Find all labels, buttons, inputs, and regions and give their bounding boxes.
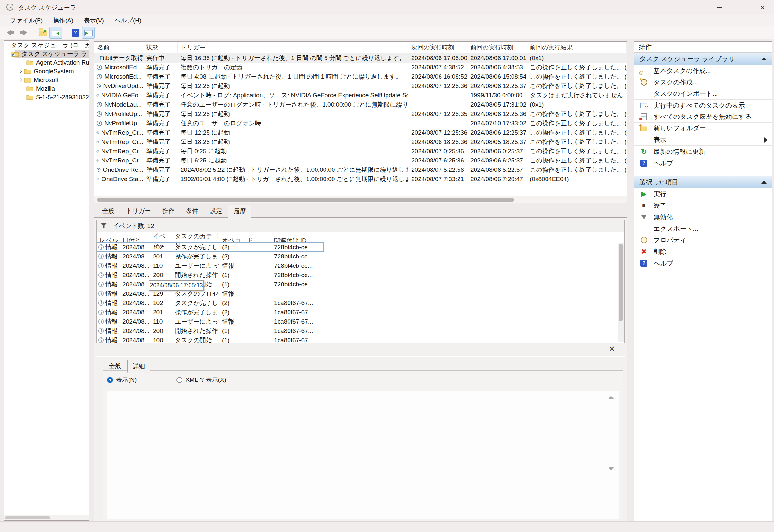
- console-tree-toggle-button[interactable]: [49, 27, 62, 39]
- task-row[interactable]: NvTmRep_Cr... 準備完了 毎日 0:25 に起動 2024/08/0…: [94, 146, 627, 156]
- tree-item-folder[interactable]: Agent Activation Runt: [4, 58, 89, 67]
- minimize-button[interactable]: [708, 0, 730, 15]
- action-item[interactable]: ヘルプ: [634, 157, 772, 169]
- expander-icon[interactable]: [18, 69, 22, 73]
- history-row[interactable]: 情報 2024/08... 110 ユーザーによってト... 情報 1ca80f…: [97, 317, 323, 326]
- menu-item[interactable]: 操作(A): [48, 15, 78, 26]
- radio-icon[interactable]: [176, 377, 182, 383]
- history-row[interactable]: 情報 2024/08... 102 タスクが完了しま... (2) 1ca80f…: [97, 298, 323, 308]
- task-row[interactable]: NvDriverUpd... 準備完了 毎日 12:25 に起動 2024/08…: [94, 81, 627, 91]
- scrollbar-thumb[interactable]: [97, 198, 514, 202]
- task-row[interactable]: OneDrive Re... 準備完了 2024/08/02 5:22 に起動 …: [94, 165, 627, 174]
- history-row[interactable]: 情報 2024/08... 201 操作が完了しま... (2) 1ca80f6…: [97, 308, 323, 317]
- task-row[interactable]: MicrosoftEd... 準備完了 毎日 4:08 に起動 - トリガーされ…: [94, 72, 627, 81]
- column-header[interactable]: 前回の実行結果: [527, 42, 627, 53]
- history-row[interactable]: 情報 2024/08... 102 タスクが完了しま... (2) 728bf4…: [97, 242, 323, 252]
- column-header[interactable]: 名前: [94, 42, 143, 53]
- action-item[interactable]: 基本タスクの作成...: [634, 65, 772, 76]
- history-row[interactable]: 情報 2024/08... 129 タスクのプロセス... 情報: [97, 289, 323, 298]
- history-row[interactable]: 情報 2024/08. 201 操作が完了しま... (2) 728bf4cb-…: [97, 252, 323, 261]
- action-item[interactable]: ヘルプ: [634, 257, 772, 269]
- action-item[interactable]: タスクのインポート...: [634, 88, 772, 100]
- task-row[interactable]: NvTmRep_Cr... 準備完了 毎日 18:25 に起動 2024/08/…: [94, 137, 627, 146]
- scrollbar-thumb[interactable]: [5, 516, 50, 519]
- action-item[interactable]: 実行中のすべてのタスクの表示: [634, 100, 772, 111]
- close-button[interactable]: ×: [752, 0, 774, 15]
- tab[interactable]: 操作: [157, 205, 180, 217]
- tree-item-root[interactable]: タスク スケジューラ (ローカル): [4, 41, 89, 49]
- action-item[interactable]: 最新の情報に更新: [634, 146, 772, 157]
- radio-option[interactable]: 表示(N): [107, 376, 136, 384]
- column-header[interactable]: トリガー: [178, 42, 409, 53]
- task-row[interactable]: NvProfileUp... 準備完了 毎日 12:25 に起動 2024/08…: [94, 109, 627, 118]
- tree-item-folder[interactable]: Microsoft: [4, 75, 89, 84]
- expander-icon[interactable]: [7, 53, 9, 55]
- history-row[interactable]: 情報 2024/08... 200 開始された操作 (1) 1ca80f67-6…: [97, 326, 323, 336]
- action-item[interactable]: エクスポート...: [634, 223, 772, 234]
- collapse-icon[interactable]: [761, 181, 767, 184]
- task-row[interactable]: NvNodeLau... 準備完了 任意のユーザーのログオン時 - トリガーされ…: [94, 100, 627, 109]
- column-header[interactable]: 次回の実行時刻: [409, 42, 468, 53]
- radio-option[interactable]: XML で表示(X): [176, 376, 226, 384]
- maximize-button[interactable]: [730, 0, 752, 15]
- tab[interactable]: 詳細: [127, 360, 150, 373]
- history-row[interactable]: 情報 2024/08 100 タスクの開始 (1) 1ca80f67-67...: [97, 336, 323, 343]
- action-item[interactable]: タスクの作成...: [634, 76, 772, 88]
- action-item[interactable]: 実行: [634, 188, 772, 200]
- tab[interactable]: 履歴: [228, 205, 251, 218]
- history-row[interactable]: 情報 2024/08... 200 開始された操作 (1) 728bf4cb-c…: [97, 270, 323, 280]
- tab[interactable]: 全般: [103, 360, 127, 372]
- history-vertical-scrollbar[interactable]: [618, 243, 624, 342]
- tree-item-library[interactable]: タスク スケジューラ ライブラリ: [4, 49, 89, 58]
- tab[interactable]: トリガー: [120, 205, 156, 217]
- task-row[interactable]: NvProfileUp... 準備完了 任意のユーザーのログオン時 2024/0…: [94, 118, 627, 128]
- close-preview-icon[interactable]: ✕: [609, 345, 615, 353]
- up-one-level-button[interactable]: [37, 27, 49, 39]
- selected-item-section-header[interactable]: 選択した項目: [634, 176, 772, 188]
- pane-divider[interactable]: [96, 356, 625, 356]
- tab[interactable]: 設定: [204, 205, 227, 217]
- event-detail-textarea[interactable]: [107, 391, 619, 519]
- filter-icon[interactable]: [101, 223, 107, 229]
- task-row[interactable]: MicrosoftEd... 準備完了 複数のトリガーの定義 2024/08/0…: [94, 63, 627, 72]
- forward-button[interactable]: [17, 27, 30, 39]
- task-list-horizontal-scrollbar[interactable]: [94, 196, 627, 203]
- tree-horizontal-scrollbar[interactable]: [4, 515, 89, 520]
- task-row[interactable]: NvTmRep_Cr... 準備完了 毎日 12:25 に起動 2024/08/…: [94, 128, 627, 137]
- action-item[interactable]: プロパティ: [634, 234, 772, 246]
- task-clock-icon: [96, 92, 99, 98]
- tree-item-folder[interactable]: S-1-5-21-2893103297-...: [4, 93, 89, 101]
- menu-item[interactable]: ファイル(F): [5, 15, 47, 26]
- task-name: MicrosoftEd...: [104, 64, 142, 71]
- tab[interactable]: 条件: [180, 205, 204, 217]
- scroll-down-icon[interactable]: [608, 467, 614, 470]
- tree-item-folder[interactable]: Mozilla: [4, 84, 89, 93]
- tab[interactable]: 全般: [97, 205, 120, 217]
- column-header[interactable]: 状態: [143, 42, 178, 53]
- task-row[interactable]: NVIDIA GeFo... 準備完了 イベント時 - ログ: Applicat…: [94, 91, 627, 100]
- action-item[interactable]: 無効化: [634, 211, 772, 223]
- radio-icon[interactable]: [107, 377, 113, 383]
- scrollbar-thumb[interactable]: [619, 244, 623, 321]
- back-button[interactable]: [4, 27, 17, 39]
- action-item[interactable]: 終了: [634, 200, 772, 211]
- action-item[interactable]: 表示: [634, 134, 772, 146]
- action-item[interactable]: すべてのタスク履歴を無効にする: [634, 111, 772, 123]
- scroll-up-icon[interactable]: [608, 396, 614, 399]
- action-pane-toggle-button[interactable]: [82, 27, 95, 39]
- task-row[interactable]: OneDrive Sta... 準備完了 1992/05/01 4:00 に起動…: [94, 174, 627, 184]
- column-header[interactable]: 前回の実行時刻: [468, 42, 527, 53]
- collapse-icon[interactable]: [761, 57, 767, 60]
- menu-item[interactable]: 表示(V): [79, 15, 108, 26]
- tree-item-folder[interactable]: GoogleSystem: [4, 67, 89, 75]
- action-item[interactable]: 新しいフォルダー...: [634, 123, 772, 134]
- action-item[interactable]: 削除: [634, 246, 772, 257]
- task-row[interactable]: NvTmRep_Cr... 準備完了 毎日 6:25 に起動 2024/08/0…: [94, 156, 627, 165]
- library-section-header[interactable]: タスク スケジューラ ライブラリ: [634, 53, 772, 65]
- menu-item[interactable]: ヘルプ(H): [110, 15, 146, 26]
- history-row[interactable]: 情報 2024/08... 110 ユーザーによってト... 情報 728bf4…: [97, 261, 323, 270]
- expander-icon[interactable]: [18, 78, 22, 82]
- help-button[interactable]: ?: [69, 27, 82, 39]
- history-row[interactable]: 情報 2024/08... 100 タスクの開始 (1) 728bf4cb-ce…: [97, 280, 323, 289]
- task-row[interactable]: Fitbitデータ取得 実行中 毎日 16:35 に起動 - トリガーされた後、…: [94, 53, 627, 63]
